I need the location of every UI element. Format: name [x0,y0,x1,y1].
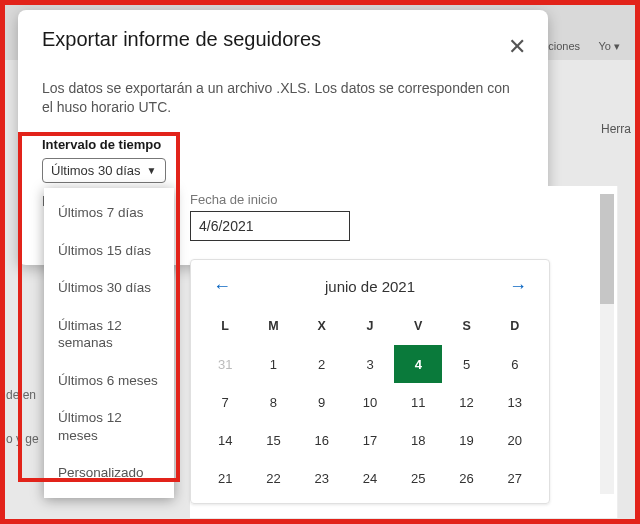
calendar: ← junio de 2021 → LMXJVSD 31123456789101… [190,259,550,504]
modal-title: Exportar informe de seguidores [42,28,524,51]
calendar-dow-cell: V [394,311,442,345]
interval-option[interactable]: Últimos 7 días [44,194,174,232]
prev-month-icon[interactable]: ← [209,272,235,301]
calendar-day[interactable]: 14 [201,421,249,459]
calendar-day[interactable]: 23 [298,459,346,497]
calendar-day[interactable]: 3 [346,345,394,383]
scrollbar-track[interactable] [600,194,614,494]
calendar-day[interactable]: 11 [394,383,442,421]
calendar-day[interactable]: 17 [346,421,394,459]
calendar-day-grid: 3112345678910111213141516171819202122232… [201,345,539,497]
calendar-day[interactable]: 21 [201,459,249,497]
calendar-day[interactable]: 16 [298,421,346,459]
calendar-day[interactable]: 6 [491,345,539,383]
calendar-day[interactable]: 20 [491,421,539,459]
calendar-day[interactable]: 31 [201,345,249,383]
calendar-month-label: junio de 2021 [325,278,415,295]
interval-option[interactable]: Últimos 12 meses [44,399,174,454]
caret-down-icon: ▼ [147,165,157,176]
calendar-dow-cell: M [249,311,297,345]
interval-option[interactable]: Últimas 12 semanas [44,307,174,362]
calendar-day[interactable]: 15 [249,421,297,459]
next-month-icon[interactable]: → [505,272,531,301]
calendar-day[interactable]: 22 [249,459,297,497]
bg-text-me[interactable]: Yo ▾ [598,40,620,53]
calendar-dow-cell: S [442,311,490,345]
calendar-day[interactable]: 27 [491,459,539,497]
calendar-day[interactable]: 7 [201,383,249,421]
interval-dropdown: Últimos 7 díasÚltimos 15 díasÚltimos 30 … [44,188,174,498]
bg-frag1: de en [6,388,36,402]
interval-option[interactable]: Últimos 15 días [44,232,174,270]
calendar-day[interactable]: 26 [442,459,490,497]
interval-selected-value: Últimos 30 días [51,163,141,178]
calendar-day[interactable]: 10 [346,383,394,421]
calendar-day[interactable]: 2 [298,345,346,383]
calendar-day[interactable]: 9 [298,383,346,421]
start-date-input[interactable] [190,211,350,241]
calendar-dow-cell: X [298,311,346,345]
calendar-day[interactable]: 4 [394,345,442,383]
calendar-dow-cell: L [201,311,249,345]
calendar-day[interactable]: 5 [442,345,490,383]
calendar-day[interactable]: 19 [442,421,490,459]
bg-frag2: o y ge [6,432,39,446]
calendar-day[interactable]: 13 [491,383,539,421]
interval-select[interactable]: Últimos 30 días ▼ [42,158,166,183]
interval-label: Intervalo de tiempo [42,137,524,152]
interval-option[interactable]: Últimos 30 días [44,269,174,307]
calendar-day[interactable]: 18 [394,421,442,459]
interval-option[interactable]: Personalizado [44,454,174,492]
start-date-label: Fecha de inicio [190,186,618,211]
calendar-day[interactable]: 24 [346,459,394,497]
calendar-dow-cell: D [491,311,539,345]
interval-option[interactable]: Últimos 6 meses [44,362,174,400]
bg-text-tools: Herra [601,122,631,136]
calendar-day[interactable]: 1 [249,345,297,383]
calendar-day[interactable]: 12 [442,383,490,421]
date-panel: Fecha de inicio ← junio de 2021 → LMXJVS… [190,186,618,518]
close-icon[interactable]: ✕ [508,36,526,58]
calendar-day[interactable]: 8 [249,383,297,421]
calendar-day[interactable]: 25 [394,459,442,497]
scrollbar-thumb[interactable] [600,194,614,304]
calendar-dow-row: LMXJVSD [201,311,539,345]
modal-description: Los datos se exportarán a un archivo .XL… [42,79,524,117]
calendar-dow-cell: J [346,311,394,345]
